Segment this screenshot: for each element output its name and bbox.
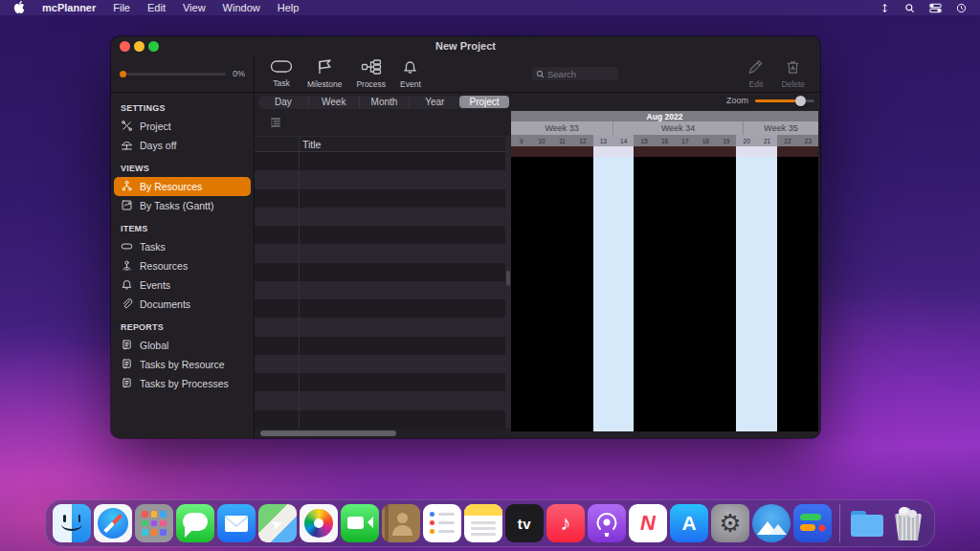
progress-slider[interactable]	[120, 73, 226, 76]
dock-music-icon[interactable]: ♪	[546, 504, 585, 542]
dock-podcasts-icon[interactable]	[588, 504, 626, 542]
table-row[interactable]	[255, 373, 511, 391]
dock-maps-icon[interactable]: ➤	[258, 504, 297, 542]
gantt-chart-body[interactable]	[511, 157, 818, 431]
add-process-button[interactable]: Process	[356, 59, 386, 89]
add-event-button[interactable]: Event	[400, 59, 421, 89]
gantt-dayoff-cell	[593, 146, 613, 157]
dock-photos-icon[interactable]	[300, 504, 338, 542]
table-row[interactable]	[255, 152, 511, 170]
dock-reminders-icon[interactable]	[423, 504, 461, 542]
dock-safari-icon[interactable]	[94, 504, 132, 542]
menu-help[interactable]: Help	[278, 2, 300, 13]
dock-finder-icon[interactable]	[53, 504, 91, 542]
segment-month[interactable]: Month	[359, 96, 410, 109]
search-input[interactable]	[547, 69, 614, 79]
table-rows	[255, 152, 511, 429]
sidebar-item-tasks-by-processes[interactable]: Tasks by Processes	[111, 374, 254, 393]
dock-messages-icon[interactable]	[176, 504, 214, 542]
segment-year[interactable]: Year	[409, 96, 459, 109]
dock-facetime-icon[interactable]	[341, 504, 379, 542]
progress-thumb[interactable]	[120, 71, 126, 77]
vertical-scrollbar-thumb[interactable]	[506, 271, 510, 286]
sidebar-item-by-tasks-gantt[interactable]: By Tasks (Gantt)	[111, 196, 254, 215]
table-row[interactable]	[255, 189, 511, 208]
horizontal-scrollbar-thumb[interactable]	[260, 430, 396, 436]
sidebar-item-project[interactable]: Project	[111, 117, 254, 136]
airdrop-icon[interactable]	[880, 3, 890, 13]
delete-button[interactable]: Delete	[781, 59, 805, 89]
timescale-segmented-control: Day Week Month Year Project	[258, 96, 509, 109]
add-task-button[interactable]: Task	[270, 59, 293, 88]
menu-app-name[interactable]: mcPlanner	[42, 2, 96, 13]
zoom-window-button[interactable]	[148, 41, 159, 52]
menu-edit[interactable]: Edit	[147, 2, 166, 13]
edit-button[interactable]: Edit	[747, 59, 764, 89]
segment-project[interactable]: Project	[459, 96, 509, 108]
task-oval-icon	[270, 59, 293, 77]
menu-file[interactable]: File	[113, 2, 130, 13]
apple-menu-icon[interactable]	[13, 1, 25, 15]
close-button[interactable]	[120, 41, 130, 52]
report-icon	[121, 358, 133, 372]
control-center-icon[interactable]	[929, 3, 942, 13]
table-row[interactable]	[255, 263, 511, 281]
gantt-dayoff-cell	[696, 146, 716, 157]
dock-news-icon[interactable]: N	[629, 504, 667, 542]
table-row[interactable]	[255, 391, 511, 409]
table-row[interactable]	[255, 299, 511, 318]
sidebar-item-resources[interactable]: Resources	[111, 256, 254, 276]
sidebar-item-tasks[interactable]: Tasks	[111, 237, 254, 256]
zoom-thumb[interactable]	[795, 96, 806, 106]
table-header[interactable]: Title	[255, 136, 511, 152]
sidebar-item-documents[interactable]: Documents	[111, 295, 254, 314]
sidebar-item-global[interactable]: Global	[111, 336, 254, 355]
zoom-slider[interactable]	[755, 99, 814, 102]
search-field[interactable]	[532, 67, 618, 80]
sidebar-item-by-resources[interactable]: By Resources	[114, 177, 251, 196]
sidebar-item-tasks-by-resource[interactable]: Tasks by Resource	[111, 355, 254, 374]
dock-apple-tv-icon[interactable]: tv	[505, 504, 544, 542]
progress-value: 0%	[233, 69, 245, 78]
table-row[interactable]	[255, 226, 511, 244]
column-header-title[interactable]: Title	[302, 139, 321, 150]
menu-window[interactable]: Window	[223, 2, 260, 13]
dock-notes-icon[interactable]	[464, 504, 502, 542]
gantt-day-cell: 18	[696, 135, 716, 146]
table-row[interactable]	[255, 281, 511, 299]
gantt-day-cell: 23	[798, 135, 818, 146]
segment-week[interactable]: Week	[308, 96, 359, 109]
dock: ➤ tv ♪ N	[45, 499, 935, 547]
horizontal-scrollbar[interactable]	[255, 429, 511, 438]
spotlight-icon[interactable]	[904, 3, 915, 13]
group-list-icon[interactable]	[270, 115, 281, 132]
table-row[interactable]	[255, 337, 511, 355]
table-row[interactable]	[255, 318, 511, 336]
table-row[interactable]	[255, 355, 511, 373]
dock-contacts-icon[interactable]	[382, 504, 420, 542]
add-milestone-button[interactable]: Milestone	[307, 59, 342, 89]
dock-mountains-app-icon[interactable]	[752, 504, 791, 542]
menu-status-area	[880, 3, 967, 13]
dock-launchpad-icon[interactable]	[135, 504, 173, 542]
clock-icon[interactable]	[956, 3, 967, 13]
dock-downloads-folder-icon[interactable]	[848, 504, 886, 542]
sidebar-item-days-off[interactable]: Days off	[111, 136, 254, 155]
sidebar-nav: SETTINGS Project Days off VIEWS By Resou…	[111, 93, 254, 393]
window-titlebar[interactable]: New Project	[111, 36, 820, 55]
dock-mail-icon[interactable]	[217, 504, 256, 542]
gantt-day-cell: 20	[736, 135, 756, 146]
menu-view[interactable]: View	[183, 2, 206, 13]
segment-day[interactable]: Day	[258, 96, 308, 109]
sidebar-item-events[interactable]: Events	[111, 276, 254, 295]
table-row[interactable]	[255, 208, 511, 226]
table-row[interactable]	[255, 170, 511, 188]
dock-trash-icon[interactable]	[889, 504, 927, 542]
main-area: Task Milestone Process Event	[255, 55, 820, 438]
dock-app-store-icon[interactable]: A	[670, 504, 708, 542]
dock-system-settings-icon[interactable]: ⚙	[711, 504, 749, 542]
table-row[interactable]	[255, 410, 511, 429]
dock-mcplanner-icon[interactable]	[793, 504, 832, 542]
table-row[interactable]	[255, 244, 511, 262]
minimize-button[interactable]	[134, 41, 145, 52]
